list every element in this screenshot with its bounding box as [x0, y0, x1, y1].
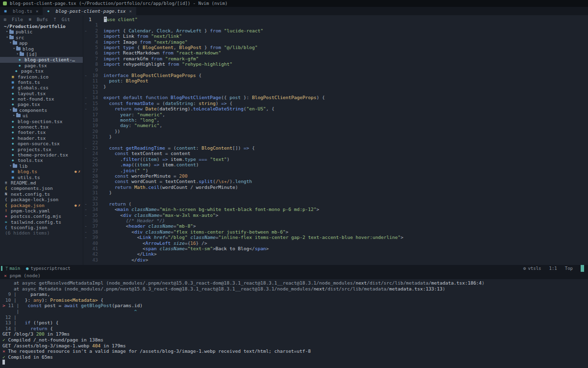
code-line[interactable]: -35 <div className="max-w-3xl mx-auto"> — [83, 212, 588, 218]
code-line[interactable]: -37 <header className="mb-8"> — [83, 223, 588, 229]
code-line[interactable]: 42 </Link> — [83, 251, 588, 257]
code-line[interactable]: -38 <div className="flex items-center ju… — [83, 229, 588, 235]
tree-item[interactable]: (6 hidden items) — [0, 230, 83, 236]
code-line[interactable]: -23 const getReadingTime = (content: Blo… — [83, 145, 588, 151]
code-line[interactable]: 13 — [83, 89, 588, 95]
code-line[interactable]: 1 — [83, 22, 588, 27]
tree-item[interactable]: ◆not-found.tsx — [0, 96, 83, 102]
code-line[interactable]: 20 }) — [83, 129, 588, 134]
code-line[interactable]: 17 year: "numeric", — [83, 112, 588, 117]
tree-item[interactable]: ◈postcss.config.mjs — [0, 213, 83, 219]
code-line[interactable]: 21 } — [83, 134, 588, 139]
line-number: 30 — [88, 184, 98, 190]
menu-git[interactable]: ᛘGit — [54, 17, 70, 22]
code-line[interactable]: 41 <span className="text-sm">Back to Blo… — [83, 246, 588, 251]
tree-item[interactable]: ◆page.tsx — [0, 102, 83, 107]
explorer-root-path[interactable]: ~/Production/portfolio — [0, 23, 83, 29]
tree-item[interactable]: ◆page.tsx — [0, 63, 83, 68]
code-editor[interactable]: 1"use client"1-2import { Calendar, Clock… — [83, 15, 588, 265]
code-text: <div className="max-w-3xl mx-auto"> — [98, 212, 219, 218]
tree-item[interactable]: ■blog.ts●✗ — [0, 169, 83, 174]
git-branch-icon: ᛘ — [5, 266, 8, 271]
terminal-close-icon[interactable]: × — [4, 273, 7, 278]
code-line[interactable]: -33 return ( — [83, 201, 588, 207]
tree-item[interactable]: ▣favicon.ico — [0, 74, 83, 79]
tree-item[interactable]: ◆footer.tsx — [0, 130, 83, 135]
code-line[interactable]: 43 </div> — [83, 257, 588, 263]
tree-item[interactable]: ▾lib — [0, 163, 83, 169]
tree-item[interactable]: ◆blog-post-client-… — [0, 57, 83, 62]
code-line[interactable]: 30 return Math.ceil(wordCount / wordsPer… — [83, 184, 588, 190]
tab-blog-post-client-page.tsx[interactable]: ◆blog-post-client-page.tsx× — [43, 7, 136, 15]
code-line[interactable]: 31 } — [83, 190, 588, 195]
code-line[interactable]: 8import rehypeHighlight from "rehype-hig… — [83, 61, 588, 67]
code-line[interactable]: 11 post: BlogPost — [83, 78, 588, 83]
code-line[interactable]: 5import type { BlogContent, BlogPost } f… — [83, 45, 588, 50]
code-line[interactable]: 26 .map((item) => item.content) — [83, 162, 588, 167]
code-line[interactable]: 6import ReactMarkdown from "react-markdo… — [83, 50, 588, 55]
code-line[interactable]: 29 const wordCount = textContent.split(/… — [83, 179, 588, 184]
tree-item[interactable]: #globals.css — [0, 85, 83, 90]
menu-bufs[interactable]: ⊞Bufs — [29, 17, 48, 22]
code-line[interactable]: 12} — [83, 84, 588, 89]
tree-item[interactable]: ▸ui — [0, 113, 83, 118]
tree-item[interactable]: ◆tools.tsx — [0, 158, 83, 163]
code-line[interactable]: 22 — [83, 140, 588, 145]
tree-item[interactable]: ■utils.ts — [0, 175, 83, 180]
code-line[interactable]: 24 const textContent = content — [83, 151, 588, 156]
tree-item[interactable]: ◆connect.tsx — [0, 124, 83, 130]
code-line[interactable]: 28 const wordsPerMinute = 200 — [83, 173, 588, 179]
fold-marker: - — [83, 145, 88, 151]
tree-item[interactable]: ▾src — [0, 35, 83, 40]
code-line[interactable]: -34 <main className="min-h-screen bg-whi… — [83, 207, 588, 212]
code-line[interactable]: 40 <ArrowLeft size={16} /> — [83, 240, 588, 246]
code-line[interactable]: 27 .join(" ") — [83, 168, 588, 173]
tree-item[interactable]: ▸public — [0, 29, 83, 34]
code-line[interactable]: -16 return new Date(dateString).toLocale… — [83, 106, 588, 111]
tree-item[interactable]: ▾components — [0, 107, 83, 113]
tree-item[interactable]: ◆blog-section.tsx — [0, 119, 83, 124]
code-line[interactable]: -15 const formatDate = (dateString: stri… — [83, 101, 588, 106]
code-line[interactable]: 19 day: "numeric", — [83, 123, 588, 128]
menu-file[interactable]: ▤File — [4, 17, 23, 22]
code-line[interactable]: -14export default function BlogPostClien… — [83, 95, 588, 100]
tab-blog.ts[interactable]: ■blog.ts× — [0, 7, 43, 15]
tree-item[interactable]: !pnpm-lock.yaml — [0, 208, 83, 213]
tab-close-icon[interactable]: × — [36, 9, 38, 14]
tree-item[interactable]: ≈tailwind.config.ts — [0, 219, 83, 225]
tree-item[interactable]: ◆page.tsx — [0, 68, 83, 74]
tree-item[interactable]: ◆layout.tsx — [0, 91, 83, 96]
code-line[interactable]: 25 .filter((item) => item.type === "text… — [83, 157, 588, 162]
tree-item[interactable]: ▾[id] — [0, 52, 83, 57]
tree-item[interactable]: {package-lock.json — [0, 197, 83, 202]
code-line[interactable]: 4import Image from "next/image" — [83, 39, 588, 45]
code-line[interactable]: 36 {/* Header */} — [83, 218, 588, 223]
tree-item[interactable]: ▾blog — [0, 46, 83, 52]
fold-marker — [83, 251, 88, 257]
code-line[interactable]: 9 — [83, 67, 588, 73]
code-line[interactable]: 1"use client" — [83, 17, 588, 22]
code-line[interactable]: -39 <Link href="/blog" className="inline… — [83, 235, 588, 240]
lsp-name: vtsls — [528, 266, 541, 271]
code-line[interactable]: 32 — [83, 196, 588, 201]
tree-item[interactable]: ◆open-source.tsx — [0, 141, 83, 146]
code-line[interactable]: 18 month: "long", — [83, 117, 588, 123]
tree-item[interactable]: ≡README.md — [0, 180, 83, 185]
code-line[interactable]: 7import remarkGfm from "remark-gfm" — [83, 56, 588, 61]
tree-item[interactable]: {package.json●✗ — [0, 203, 83, 208]
code-line[interactable]: -2import { Calendar, Clock, ArrowLeft } … — [83, 28, 588, 33]
tree-item[interactable]: ▾app — [0, 40, 83, 46]
tree-item[interactable]: ◆header.tsx — [0, 135, 83, 141]
terminal-output[interactable]: at async getResolvedMetadataImpl (node_m… — [0, 279, 588, 368]
tree-item[interactable]: ■fonts.ts — [0, 79, 83, 85]
code-line[interactable]: -10interface BlogPostClientPageProps { — [83, 73, 588, 78]
fold-marker — [83, 123, 88, 128]
css-icon: # — [12, 85, 18, 90]
tree-item[interactable]: ◆theme-provider.tsx — [0, 152, 83, 158]
tree-item[interactable]: ◆projects.tsx — [0, 147, 83, 152]
tree-item[interactable]: Nnext.config.ts — [0, 191, 83, 197]
tree-item[interactable]: {tsconfig.json — [0, 225, 83, 230]
tree-item[interactable]: {components.json — [0, 185, 83, 191]
tab-close-icon[interactable]: × — [129, 9, 131, 14]
code-line[interactable]: 3import Link from "next/link" — [83, 33, 588, 39]
